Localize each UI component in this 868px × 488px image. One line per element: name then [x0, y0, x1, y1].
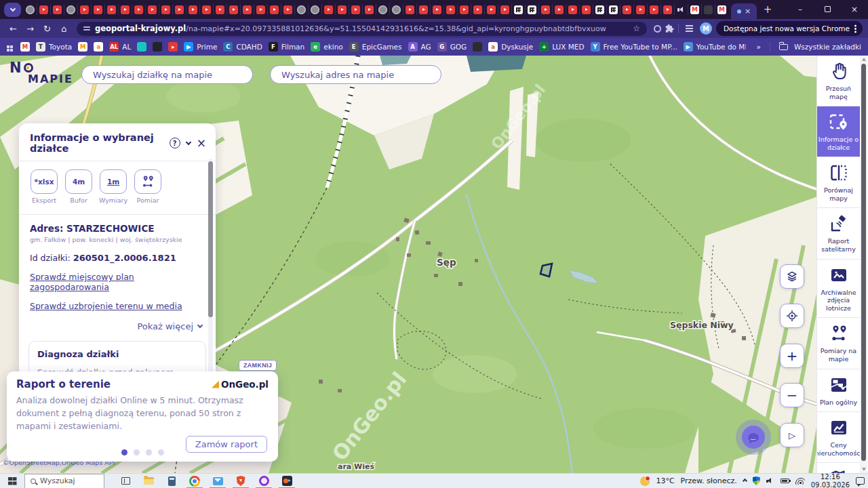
browser-tab[interactable] [172, 4, 186, 15]
zoom-out-button[interactable]: − [780, 383, 804, 407]
browser-tab[interactable] [552, 4, 566, 15]
close-window-button[interactable]: × [841, 0, 868, 18]
browser-tab[interactable] [213, 4, 226, 15]
tool-general-plan[interactable]: Plan ogólny [817, 369, 860, 413]
extensions-puzzle-icon[interactable] [665, 24, 674, 33]
bookmark-item[interactable]: e ekino [311, 42, 343, 52]
browser-tab[interactable] [376, 4, 389, 15]
browser-tab[interactable] [77, 4, 91, 15]
browser-tab[interactable] [389, 4, 403, 15]
browser-tab[interactable] [294, 4, 308, 15]
bookmark-item[interactable] [473, 42, 482, 52]
scroll-up-icon[interactable] [862, 58, 866, 61]
browser-tab[interactable] [633, 4, 647, 15]
browser-tab[interactable] [620, 4, 633, 15]
browser-tab[interactable] [566, 4, 579, 15]
bookmark-item[interactable]: E EpicGames [349, 42, 402, 52]
browser-tab[interactable] [647, 4, 660, 15]
browser-tab[interactable] [104, 4, 118, 15]
bookmarks-overflow-button[interactable]: » [756, 43, 760, 51]
action-center-icon[interactable] [856, 477, 865, 485]
browser-tab[interactable] [132, 4, 145, 15]
bookmark-item[interactable]: + LUX MED [539, 42, 584, 52]
tool-map-measurements[interactable]: Pomiary na mapie [817, 318, 860, 369]
bookmark-item[interactable]: F Filman [269, 42, 304, 52]
new-tab-button[interactable]: + [760, 1, 776, 18]
tool-parcel-info[interactable]: Informacje o działce [817, 106, 860, 157]
menu-dots-icon[interactable] [854, 28, 856, 30]
tool-satellite-report[interactable]: Raport satelitarny [817, 208, 860, 259]
tool-property-prices[interactable]: Ceny nieruchomości [817, 412, 860, 463]
browser-tab[interactable] [511, 4, 525, 15]
browser-tab[interactable] [199, 4, 213, 15]
panel-scrollbar[interactable] [208, 159, 213, 374]
browser-tab[interactable] [403, 4, 416, 15]
address-bar[interactable]: geoportal-krajowy.pl/na-mapie#x=20.09733… [77, 22, 647, 36]
active-tab[interactable]: × [731, 3, 757, 19]
bookmark-item[interactable]: ▶ YouTube do MP3 +... [684, 42, 747, 52]
all-bookmarks-label[interactable]: Wszystkie zakładki [794, 43, 861, 51]
browser-tab[interactable] [186, 4, 199, 15]
extension-icon[interactable] [654, 25, 661, 33]
browser-tab[interactable] [281, 4, 294, 15]
dimensions-button[interactable]: 1m Wymiary [99, 169, 127, 204]
bookmark-item[interactable]: AL AL [109, 42, 131, 52]
task-view-button[interactable] [114, 474, 137, 488]
browser-tab[interactable] [145, 4, 159, 15]
bookmark-item[interactable]: M [20, 42, 30, 52]
browser-tab[interactable] [23, 4, 37, 15]
browser-tab[interactable] [471, 4, 484, 15]
bookmark-item[interactable] [137, 42, 146, 52]
export-button[interactable]: *xlsx Eksport [30, 169, 58, 204]
browser-tab[interactable] [443, 4, 457, 15]
browser-tab[interactable] [159, 4, 172, 15]
popup-close-button[interactable]: ZAMKNIJ [239, 360, 277, 371]
browser-tab[interactable] [240, 4, 254, 15]
help-icon[interactable]: ? [170, 138, 180, 148]
reload-button[interactable]: ↻ [39, 21, 55, 37]
browser-tab[interactable] [64, 4, 77, 15]
browser-tab[interactable] [91, 4, 104, 15]
carousel-dot[interactable] [134, 449, 140, 455]
brave-button[interactable] [229, 474, 252, 488]
browser-tab[interactable] [484, 4, 498, 15]
search-address-input[interactable] [270, 65, 441, 84]
browser-tab[interactable] [226, 4, 240, 15]
browser-tab[interactable] [118, 4, 132, 15]
bookmark-item[interactable]: G GOG [437, 42, 467, 52]
ongeo-logo[interactable]: OnGeo.pl [212, 379, 269, 390]
apps-grid-icon[interactable] [7, 45, 9, 48]
panel-close-icon[interactable]: × [197, 138, 206, 149]
browser-tab[interactable] [50, 4, 64, 15]
browser-tab[interactable] [688, 4, 701, 15]
browser-tab[interactable] [538, 4, 552, 15]
browser-tab[interactable] [362, 4, 376, 15]
bookmark-item[interactable]: ▸ [168, 42, 178, 52]
security-shield-icon[interactable] [753, 476, 760, 485]
close-tab-icon[interactable]: × [745, 7, 751, 15]
weather-temp[interactable]: 13°C [656, 476, 674, 485]
back-button[interactable]: ← [5, 21, 21, 37]
calculator-button[interactable] [160, 474, 183, 488]
zoning-plan-link[interactable]: Sprawdź miejscowy plan zagospodarowania [30, 272, 205, 292]
selected-parcel[interactable] [540, 264, 552, 277]
zoom-in-button[interactable]: + [780, 344, 804, 368]
tool-compare-maps[interactable]: Porównaj mapy [817, 157, 860, 208]
bookmark-star-icon[interactable]: ☆ [633, 24, 640, 33]
browser-tab[interactable] [254, 4, 267, 15]
browser-tab[interactable] [430, 4, 443, 15]
browser-tab[interactable] [308, 4, 321, 15]
minimize-button[interactable]: – [787, 0, 814, 18]
battery-icon[interactable] [781, 479, 789, 483]
browser-tab[interactable] [267, 4, 281, 15]
forward-button[interactable]: → [22, 21, 38, 37]
bookmark-item[interactable]: a Dyskusje [488, 42, 533, 52]
show-more-button[interactable]: Pokaż więcej [19, 311, 216, 334]
taskbar-search[interactable]: Wyszukaj [24, 474, 104, 488]
tool-move-map[interactable]: Przesuń mapę [817, 56, 860, 106]
panel-scrollbar-thumb[interactable] [208, 161, 213, 317]
hidden-icons-chevron[interactable] [743, 479, 747, 483]
mail-button[interactable] [206, 474, 229, 488]
browser-tab[interactable] [498, 4, 511, 15]
url-text[interactable]: geoportal-krajowy.pl/na-mapie#x=20.09733… [95, 24, 628, 33]
